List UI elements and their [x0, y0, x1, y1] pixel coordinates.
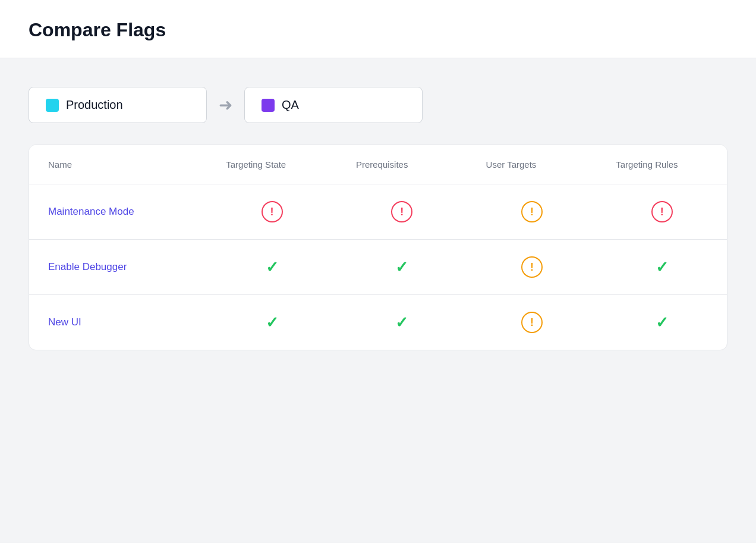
check-icon: ✓ — [395, 313, 408, 331]
row-1-targeting_state: ✓ — [207, 240, 337, 295]
table-row: Maintenance Mode!!!! — [29, 184, 727, 240]
table-row: Enable Debugger✓✓!✓ — [29, 240, 727, 295]
row-2-targeting_state: ✓ — [207, 295, 337, 350]
row-0-prerequisites: ! — [337, 184, 467, 240]
row-1-user_targets: ! — [467, 240, 597, 295]
check-icon: ✓ — [266, 258, 279, 276]
row-2-name[interactable]: New UI — [29, 295, 207, 350]
exclaim-orange-icon: ! — [521, 256, 543, 278]
exclaim-red-icon: ! — [651, 201, 673, 222]
check-icon: ✓ — [656, 258, 669, 276]
exclaim-red-icon: ! — [262, 201, 283, 222]
col-header-user-targets: User Targets — [467, 145, 597, 184]
exclaim-red-icon: ! — [391, 201, 412, 222]
row-2-targeting_rules: ✓ — [597, 295, 727, 350]
col-header-targeting-state: Targeting State — [207, 145, 337, 184]
row-1-name[interactable]: Enable Debugger — [29, 240, 207, 295]
env-selector: Production ➜ QA — [29, 87, 727, 123]
flags-table: Name Targeting State Prerequisites User … — [29, 145, 727, 350]
exclaim-orange-icon: ! — [521, 201, 543, 222]
row-2-user_targets: ! — [467, 295, 597, 350]
check-icon: ✓ — [656, 313, 669, 331]
row-0-name[interactable]: Maintenance Mode — [29, 184, 207, 240]
row-1-targeting_rules: ✓ — [597, 240, 727, 295]
main-content: Production ➜ QA Name Targeting State Pre… — [0, 58, 756, 543]
table-container: Name Targeting State Prerequisites User … — [29, 145, 727, 350]
check-icon: ✓ — [266, 313, 279, 331]
source-env-label: Production — [66, 98, 123, 112]
row-1-prerequisites: ✓ — [337, 240, 467, 295]
target-env-icon — [262, 99, 275, 112]
col-header-name: Name — [29, 145, 207, 184]
page-title: Compare Flags — [29, 19, 727, 41]
target-env-label: QA — [282, 98, 299, 112]
exclaim-orange-icon: ! — [521, 312, 543, 333]
check-icon: ✓ — [395, 258, 408, 276]
source-env-icon — [46, 99, 59, 112]
table-row: New UI✓✓!✓ — [29, 295, 727, 350]
row-0-targeting_rules: ! — [597, 184, 727, 240]
source-env-box[interactable]: Production — [29, 87, 207, 123]
row-0-user_targets: ! — [467, 184, 597, 240]
row-0-targeting_state: ! — [207, 184, 337, 240]
col-header-targeting-rules: Targeting Rules — [597, 145, 727, 184]
row-2-prerequisites: ✓ — [337, 295, 467, 350]
header: Compare Flags — [0, 0, 756, 58]
target-env-box[interactable]: QA — [244, 87, 423, 123]
col-header-prerequisites: Prerequisites — [337, 145, 467, 184]
arrow-icon: ➜ — [219, 95, 232, 115]
